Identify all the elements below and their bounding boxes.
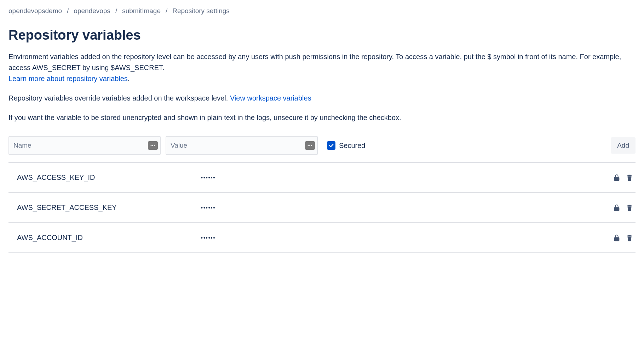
- variable-name: AWS_SECRET_ACCESS_KEY: [17, 204, 201, 212]
- trash-icon: [626, 174, 633, 182]
- breadcrumb: opendevopsdemo / opendevops / submitImag…: [8, 7, 636, 15]
- breadcrumb-sep: /: [166, 7, 167, 15]
- description-text-2: Repository variables override variables …: [8, 94, 230, 102]
- value-input-wrap: •••: [166, 136, 318, 155]
- description-block-3: If you want the variable to be stored un…: [8, 112, 636, 123]
- description-block-2: Repository variables override variables …: [8, 93, 636, 104]
- variable-row: AWS_ACCOUNT_ID••••••: [8, 223, 636, 253]
- delete-button[interactable]: [626, 234, 633, 242]
- delete-button[interactable]: [626, 204, 633, 212]
- breadcrumb-link-workspace[interactable]: opendevopsdemo: [8, 7, 62, 15]
- name-input-wrap: •••: [8, 136, 161, 155]
- breadcrumb-sep: /: [67, 7, 69, 15]
- variable-row: AWS_ACCESS_KEY_ID••••••: [8, 163, 636, 193]
- value-input[interactable]: [166, 136, 318, 155]
- variable-value-masked: ••••••: [201, 205, 215, 211]
- lock-indicator: [613, 204, 621, 212]
- breadcrumb-link-settings[interactable]: Repository settings: [172, 7, 230, 15]
- delete-button[interactable]: [626, 174, 633, 182]
- add-button[interactable]: Add: [611, 137, 636, 154]
- lock-icon: [613, 204, 621, 212]
- secured-checkbox-wrap: Secured: [327, 141, 366, 150]
- add-variable-form: ••• ••• Secured Add: [8, 132, 636, 163]
- view-workspace-variables-link[interactable]: View workspace variables: [230, 94, 311, 102]
- name-input[interactable]: [8, 136, 161, 155]
- learn-more-link[interactable]: Learn more about repository variables: [8, 75, 128, 82]
- secured-label: Secured: [339, 142, 366, 150]
- breadcrumb-link-repo[interactable]: submitImage: [122, 7, 161, 15]
- lock-indicator: [613, 234, 621, 242]
- breadcrumb-sep: /: [115, 7, 117, 15]
- variable-row: AWS_SECRET_ACCESS_KEY••••••: [8, 193, 636, 223]
- variable-name: AWS_ACCOUNT_ID: [17, 234, 201, 242]
- breadcrumb-link-project[interactable]: opendevops: [74, 7, 110, 15]
- password-manager-icon[interactable]: •••: [148, 141, 158, 150]
- description-text-1: Environment variables added on the repos…: [8, 53, 621, 72]
- trash-icon: [626, 204, 633, 212]
- description-block-1: Environment variables added on the repos…: [8, 51, 636, 84]
- lock-icon: [613, 174, 621, 182]
- variable-name: AWS_ACCESS_KEY_ID: [17, 173, 201, 182]
- variable-value-masked: ••••••: [201, 235, 215, 241]
- lock-icon: [613, 234, 621, 242]
- check-icon: [328, 143, 334, 148]
- page-title: Repository variables: [8, 28, 636, 43]
- lock-indicator: [613, 174, 621, 182]
- trash-icon: [626, 234, 633, 242]
- variables-list: AWS_ACCESS_KEY_ID••••••AWS_SECRET_ACCESS…: [8, 163, 636, 253]
- variable-value-masked: ••••••: [201, 175, 215, 181]
- secured-checkbox[interactable]: [327, 141, 335, 150]
- password-manager-icon[interactable]: •••: [305, 141, 315, 150]
